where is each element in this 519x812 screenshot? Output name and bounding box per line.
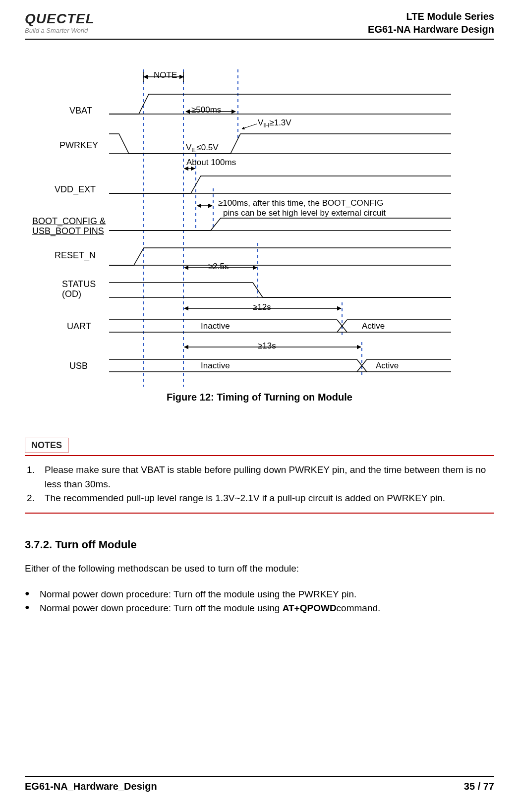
notes-divider-bottom — [25, 513, 494, 514]
bullet-text: Normal power down procedure: Turn off th… — [40, 603, 380, 614]
uart-label: UART — [67, 321, 91, 332]
section-heading: 3.7.2. Turn off Module — [25, 538, 494, 551]
bullet-icon: ● — [25, 603, 40, 614]
usb-inactive: Inactive — [201, 361, 230, 371]
notes-divider-top — [25, 455, 494, 456]
uart-inactive: Inactive — [201, 321, 230, 331]
status-label: STATUS — [62, 279, 96, 290]
boot-label2: USB_BOOT PINS — [32, 226, 104, 236]
timing-diagram: NOTE VBAT ≥500ms PWRKEY VIH≥1.3V VIL≤0.5… — [74, 69, 481, 387]
bullet-text: Normal power down procedure: Turn off th… — [40, 589, 356, 600]
page-header: QUECTEL Build a Smarter World LTE Module… — [25, 10, 494, 40]
note-item: 2. The recommended pull-up level range i… — [27, 491, 494, 506]
header-line1: LTE Module Series — [368, 10, 494, 23]
ge100-msg1: ≥100ms, after this time, the BOOT_CONFIG — [218, 198, 383, 208]
footer-right: 35 / 77 — [464, 781, 494, 792]
svg-line-14 — [242, 124, 257, 129]
vil-label: VIL≤0.5V — [186, 143, 219, 154]
vih-label: VIH≥1.3V — [258, 118, 291, 129]
note-text: The recommended pull-up level range is 1… — [45, 491, 445, 506]
logo-subtext: Build a Smarter World — [25, 27, 95, 34]
about100-label: About 100ms — [186, 158, 236, 168]
usb-label: USB — [69, 361, 88, 371]
note-text: Please make sure that VBAT is stable bef… — [45, 463, 494, 491]
vbat-label: VBAT — [69, 106, 92, 116]
usb-active: Active — [376, 361, 399, 371]
ge12-label: ≥12s — [253, 302, 271, 312]
diagram-svg — [74, 69, 481, 387]
bullet-icon: ● — [25, 589, 40, 600]
ge13-label: ≥13s — [258, 341, 276, 351]
footer-left: EG61-NA_Hardware_Design — [25, 781, 157, 792]
header-line2: EG61-NA Hardware Design — [368, 23, 494, 36]
logo: QUECTEL Build a Smarter World — [25, 12, 95, 34]
note-label: NOTE — [154, 70, 177, 80]
bullet-item: ● Normal power down procedure: Turn off … — [25, 589, 494, 600]
pwrkey-label: PWRKEY — [59, 140, 98, 151]
ge100-msg2: pins can be set high level by external c… — [223, 208, 386, 218]
ge25-label: ≥2.5s — [208, 262, 229, 272]
status-label2: (OD) — [62, 289, 81, 299]
boot-label: BOOT_CONFIG & — [32, 216, 106, 227]
uart-active: Active — [362, 321, 385, 331]
reset-label: RESET_N — [55, 250, 96, 261]
bullet-list: ● Normal power down procedure: Turn off … — [25, 589, 494, 614]
vddext-label: VDD_EXT — [55, 184, 96, 195]
notes-title: NOTES — [25, 438, 68, 453]
section-paragraph: Either of the following methodscan be us… — [25, 563, 494, 574]
header-right: LTE Module Series EG61-NA Hardware Desig… — [368, 10, 494, 36]
note-item: 1. Please make sure that VBAT is stable … — [27, 463, 494, 491]
note-number: 1. — [27, 463, 45, 491]
figure-caption: Figure 12: Timing of Turning on Module — [25, 392, 494, 403]
logo-text: QUECTEL — [25, 12, 95, 26]
ge500-label: ≥500ms — [191, 105, 221, 115]
note-number: 2. — [27, 491, 45, 506]
notes-block: NOTES 1. Please make sure that VBAT is s… — [25, 438, 494, 514]
bullet-item: ● Normal power down procedure: Turn off … — [25, 603, 494, 614]
page-footer: EG61-NA_Hardware_Design 35 / 77 — [25, 776, 494, 792]
